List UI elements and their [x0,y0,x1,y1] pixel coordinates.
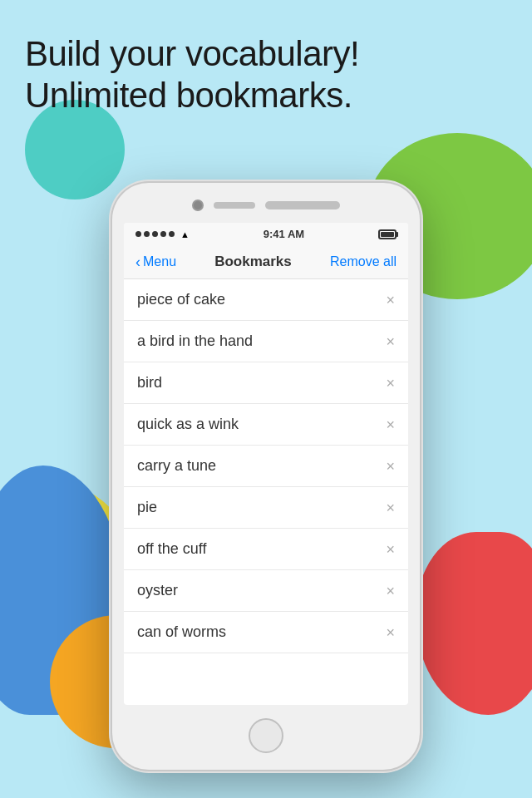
bookmark-text: pie [137,499,157,516]
home-button[interactable] [249,718,283,753]
status-time: 9:41 AM [264,228,304,240]
wifi-icon: ▲ [180,229,190,239]
signal-dot-5 [169,231,175,237]
header-section: Build your vocabulary! Unlimited bookmar… [25,33,507,117]
list-item[interactable]: piece of cake× [124,279,408,321]
signal-dot-3 [152,231,158,237]
list-item[interactable]: a bird in the hand× [124,321,408,362]
phone-microphone [265,201,340,209]
phone-bottom [124,718,408,753]
remove-bookmark-icon[interactable]: × [386,417,395,432]
remove-bookmark-icon[interactable]: × [386,625,395,640]
nav-back-button[interactable]: ‹ Menu [135,254,176,269]
bookmark-text: oyster [137,582,178,599]
list-item[interactable]: bird× [124,362,408,404]
bookmark-text: a bird in the hand [137,332,253,350]
list-item[interactable]: oyster× [124,570,408,612]
remove-bookmark-icon[interactable]: × [386,293,395,308]
phone-screen: ▲ 9:41 AM ‹ Menu Bookmarks Remove all [124,223,408,705]
battery-body [378,229,397,239]
signal-dot-1 [135,231,141,237]
header-line1: Build your vocabulary! [25,34,359,73]
bookmark-text: piece of cake [137,291,225,308]
navigation-bar: ‹ Menu Bookmarks Remove all [124,245,408,279]
front-camera [192,200,204,211]
bookmark-list: piece of cake×a bird in the hand×bird×qu… [124,279,408,653]
header-title: Build your vocabulary! Unlimited bookmar… [25,33,507,117]
bookmark-text: bird [137,374,162,392]
bookmark-text: can of worms [137,623,226,641]
remove-bookmark-icon[interactable]: × [386,459,395,474]
remove-bookmark-icon[interactable]: × [386,542,395,557]
remove-bookmark-icon[interactable]: × [386,376,395,391]
bookmark-text: off the cuff [137,540,206,558]
earpiece-speaker [214,202,255,209]
battery-indicator [378,229,397,239]
nav-title: Bookmarks [214,254,292,270]
remove-bookmark-icon[interactable]: × [386,334,395,349]
list-item[interactable]: off the cuff× [124,529,408,570]
bookmark-text: carry a tune [137,457,216,475]
battery-fill [381,232,394,237]
signal-dot-4 [160,231,166,237]
list-item[interactable]: pie× [124,487,408,529]
phone-body: ▲ 9:41 AM ‹ Menu Bookmarks Remove all [112,183,420,770]
remove-all-button[interactable]: Remove all [330,254,397,269]
phone-top-hardware [124,200,408,211]
bookmark-text: quick as a wink [137,416,239,433]
back-arrow-icon: ‹ [135,254,140,269]
signal-dot-2 [144,231,150,237]
phone-device: ▲ 9:41 AM ‹ Menu Bookmarks Remove all [112,183,420,770]
remove-bookmark-icon[interactable]: × [386,500,395,515]
list-item[interactable]: carry a tune× [124,446,408,487]
list-item[interactable]: quick as a wink× [124,404,408,446]
list-item[interactable]: can of worms× [124,612,408,653]
bg-blob-red [416,532,532,715]
status-bar: ▲ 9:41 AM [124,223,408,245]
remove-bookmark-icon[interactable]: × [386,584,395,598]
header-line2: Unlimited bookmarks. [25,76,352,115]
status-signal: ▲ [135,229,190,239]
nav-back-label: Menu [143,254,176,269]
